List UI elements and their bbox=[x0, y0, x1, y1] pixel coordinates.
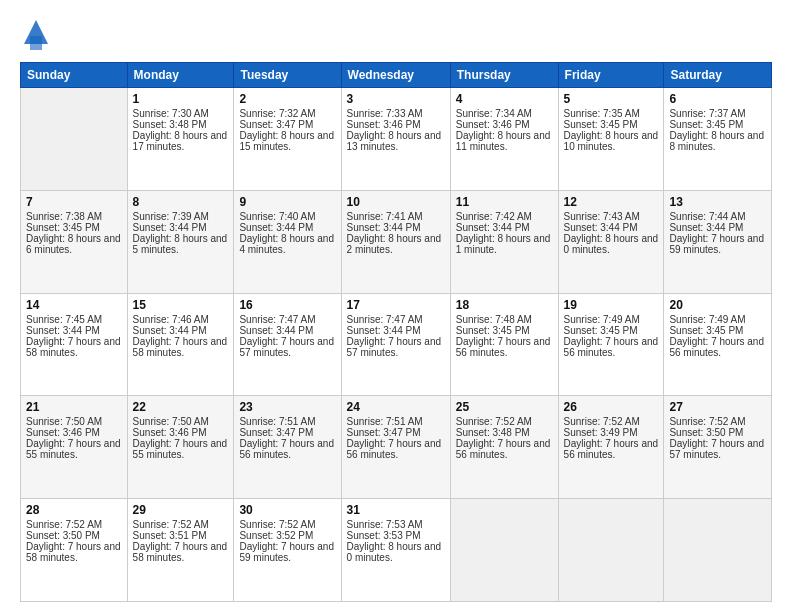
sunset-text: Sunset: 3:50 PM bbox=[26, 530, 122, 541]
calendar-week-row: 28Sunrise: 7:52 AMSunset: 3:50 PMDayligh… bbox=[21, 499, 772, 602]
daylight-text: Daylight: 7 hours and 58 minutes. bbox=[26, 541, 122, 563]
day-number: 2 bbox=[239, 92, 335, 106]
calendar-week-row: 7Sunrise: 7:38 AMSunset: 3:45 PMDaylight… bbox=[21, 190, 772, 293]
calendar-cell: 11Sunrise: 7:42 AMSunset: 3:44 PMDayligh… bbox=[450, 190, 558, 293]
calendar-cell: 15Sunrise: 7:46 AMSunset: 3:44 PMDayligh… bbox=[127, 293, 234, 396]
calendar-table: SundayMondayTuesdayWednesdayThursdayFrid… bbox=[20, 62, 772, 602]
weekday-header: Tuesday bbox=[234, 63, 341, 88]
sunrise-text: Sunrise: 7:40 AM bbox=[239, 211, 335, 222]
calendar-cell: 30Sunrise: 7:52 AMSunset: 3:52 PMDayligh… bbox=[234, 499, 341, 602]
sunrise-text: Sunrise: 7:43 AM bbox=[564, 211, 659, 222]
day-number: 28 bbox=[26, 503, 122, 517]
page-container: SundayMondayTuesdayWednesdayThursdayFrid… bbox=[0, 0, 792, 612]
calendar-cell: 1Sunrise: 7:30 AMSunset: 3:48 PMDaylight… bbox=[127, 88, 234, 191]
day-number: 1 bbox=[133, 92, 229, 106]
daylight-text: Daylight: 8 hours and 6 minutes. bbox=[26, 233, 122, 255]
day-number: 18 bbox=[456, 298, 553, 312]
sunrise-text: Sunrise: 7:51 AM bbox=[239, 416, 335, 427]
day-number: 13 bbox=[669, 195, 766, 209]
sunset-text: Sunset: 3:46 PM bbox=[347, 119, 445, 130]
day-number: 25 bbox=[456, 400, 553, 414]
sunset-text: Sunset: 3:47 PM bbox=[347, 427, 445, 438]
calendar-week-row: 21Sunrise: 7:50 AMSunset: 3:46 PMDayligh… bbox=[21, 396, 772, 499]
day-number: 15 bbox=[133, 298, 229, 312]
sunset-text: Sunset: 3:45 PM bbox=[669, 325, 766, 336]
weekday-header: Thursday bbox=[450, 63, 558, 88]
sunset-text: Sunset: 3:45 PM bbox=[564, 325, 659, 336]
sunset-text: Sunset: 3:50 PM bbox=[669, 427, 766, 438]
daylight-text: Daylight: 7 hours and 58 minutes. bbox=[26, 336, 122, 358]
daylight-text: Daylight: 8 hours and 5 minutes. bbox=[133, 233, 229, 255]
weekday-header: Saturday bbox=[664, 63, 772, 88]
weekday-header-row: SundayMondayTuesdayWednesdayThursdayFrid… bbox=[21, 63, 772, 88]
sunrise-text: Sunrise: 7:52 AM bbox=[26, 519, 122, 530]
daylight-text: Daylight: 7 hours and 56 minutes. bbox=[347, 438, 445, 460]
calendar-cell: 28Sunrise: 7:52 AMSunset: 3:50 PMDayligh… bbox=[21, 499, 128, 602]
sunrise-text: Sunrise: 7:30 AM bbox=[133, 108, 229, 119]
daylight-text: Daylight: 8 hours and 10 minutes. bbox=[564, 130, 659, 152]
daylight-text: Daylight: 7 hours and 56 minutes. bbox=[564, 336, 659, 358]
day-number: 19 bbox=[564, 298, 659, 312]
sunrise-text: Sunrise: 7:49 AM bbox=[564, 314, 659, 325]
daylight-text: Daylight: 8 hours and 1 minute. bbox=[456, 233, 553, 255]
sunrise-text: Sunrise: 7:39 AM bbox=[133, 211, 229, 222]
daylight-text: Daylight: 7 hours and 58 minutes. bbox=[133, 336, 229, 358]
sunrise-text: Sunrise: 7:33 AM bbox=[347, 108, 445, 119]
logo-icon bbox=[20, 16, 52, 52]
calendar-cell: 29Sunrise: 7:52 AMSunset: 3:51 PMDayligh… bbox=[127, 499, 234, 602]
calendar-cell bbox=[664, 499, 772, 602]
sunset-text: Sunset: 3:48 PM bbox=[133, 119, 229, 130]
sunrise-text: Sunrise: 7:53 AM bbox=[347, 519, 445, 530]
sunset-text: Sunset: 3:45 PM bbox=[456, 325, 553, 336]
sunset-text: Sunset: 3:52 PM bbox=[239, 530, 335, 541]
day-number: 10 bbox=[347, 195, 445, 209]
day-number: 12 bbox=[564, 195, 659, 209]
sunset-text: Sunset: 3:44 PM bbox=[564, 222, 659, 233]
sunset-text: Sunset: 3:44 PM bbox=[347, 222, 445, 233]
calendar-cell: 4Sunrise: 7:34 AMSunset: 3:46 PMDaylight… bbox=[450, 88, 558, 191]
sunrise-text: Sunrise: 7:48 AM bbox=[456, 314, 553, 325]
calendar-cell: 8Sunrise: 7:39 AMSunset: 3:44 PMDaylight… bbox=[127, 190, 234, 293]
calendar-cell: 7Sunrise: 7:38 AMSunset: 3:45 PMDaylight… bbox=[21, 190, 128, 293]
calendar-cell: 12Sunrise: 7:43 AMSunset: 3:44 PMDayligh… bbox=[558, 190, 664, 293]
calendar-cell: 25Sunrise: 7:52 AMSunset: 3:48 PMDayligh… bbox=[450, 396, 558, 499]
calendar-cell: 18Sunrise: 7:48 AMSunset: 3:45 PMDayligh… bbox=[450, 293, 558, 396]
sunrise-text: Sunrise: 7:45 AM bbox=[26, 314, 122, 325]
calendar-cell: 19Sunrise: 7:49 AMSunset: 3:45 PMDayligh… bbox=[558, 293, 664, 396]
daylight-text: Daylight: 7 hours and 57 minutes. bbox=[669, 438, 766, 460]
daylight-text: Daylight: 8 hours and 15 minutes. bbox=[239, 130, 335, 152]
day-number: 29 bbox=[133, 503, 229, 517]
sunset-text: Sunset: 3:47 PM bbox=[239, 427, 335, 438]
calendar-cell: 2Sunrise: 7:32 AMSunset: 3:47 PMDaylight… bbox=[234, 88, 341, 191]
calendar-cell: 23Sunrise: 7:51 AMSunset: 3:47 PMDayligh… bbox=[234, 396, 341, 499]
calendar-cell: 3Sunrise: 7:33 AMSunset: 3:46 PMDaylight… bbox=[341, 88, 450, 191]
weekday-header: Wednesday bbox=[341, 63, 450, 88]
sunrise-text: Sunrise: 7:37 AM bbox=[669, 108, 766, 119]
daylight-text: Daylight: 8 hours and 13 minutes. bbox=[347, 130, 445, 152]
sunrise-text: Sunrise: 7:35 AM bbox=[564, 108, 659, 119]
calendar-week-row: 14Sunrise: 7:45 AMSunset: 3:44 PMDayligh… bbox=[21, 293, 772, 396]
sunrise-text: Sunrise: 7:34 AM bbox=[456, 108, 553, 119]
calendar-cell: 17Sunrise: 7:47 AMSunset: 3:44 PMDayligh… bbox=[341, 293, 450, 396]
daylight-text: Daylight: 7 hours and 56 minutes. bbox=[669, 336, 766, 358]
day-number: 4 bbox=[456, 92, 553, 106]
calendar-cell: 5Sunrise: 7:35 AMSunset: 3:45 PMDaylight… bbox=[558, 88, 664, 191]
sunset-text: Sunset: 3:46 PM bbox=[133, 427, 229, 438]
sunrise-text: Sunrise: 7:52 AM bbox=[239, 519, 335, 530]
sunrise-text: Sunrise: 7:47 AM bbox=[239, 314, 335, 325]
day-number: 14 bbox=[26, 298, 122, 312]
daylight-text: Daylight: 7 hours and 56 minutes. bbox=[564, 438, 659, 460]
calendar-cell bbox=[558, 499, 664, 602]
day-number: 16 bbox=[239, 298, 335, 312]
sunset-text: Sunset: 3:44 PM bbox=[669, 222, 766, 233]
day-number: 11 bbox=[456, 195, 553, 209]
sunset-text: Sunset: 3:45 PM bbox=[564, 119, 659, 130]
sunset-text: Sunset: 3:48 PM bbox=[456, 427, 553, 438]
sunset-text: Sunset: 3:44 PM bbox=[133, 222, 229, 233]
sunrise-text: Sunrise: 7:52 AM bbox=[564, 416, 659, 427]
sunset-text: Sunset: 3:44 PM bbox=[347, 325, 445, 336]
sunset-text: Sunset: 3:45 PM bbox=[669, 119, 766, 130]
sunrise-text: Sunrise: 7:50 AM bbox=[133, 416, 229, 427]
sunrise-text: Sunrise: 7:50 AM bbox=[26, 416, 122, 427]
sunset-text: Sunset: 3:47 PM bbox=[239, 119, 335, 130]
